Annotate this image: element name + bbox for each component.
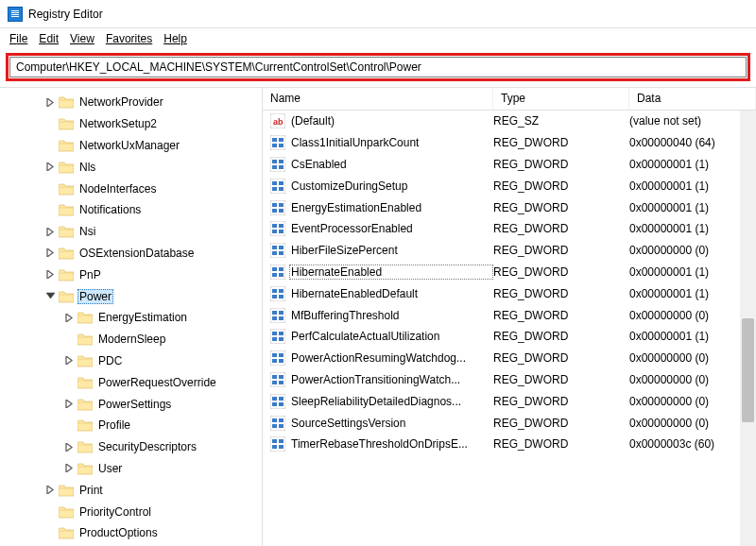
folder-icon [59, 484, 74, 497]
tree-item[interactable]: NodeInterfaces [0, 178, 262, 199]
chevron-right-icon[interactable] [62, 400, 76, 408]
tree-item-label: OSExtensionDatabase [77, 246, 196, 261]
value-row[interactable]: CustomizeDuringSetupREG_DWORD0x00000001 … [263, 175, 756, 196]
value-name: CsEnabled [289, 157, 493, 172]
value-row[interactable]: SourceSettingsVersionREG_DWORD0x00000000… [263, 412, 756, 434]
tree-item[interactable]: User [0, 458, 262, 480]
folder-icon [59, 526, 74, 539]
value-data: 0x00000001 (1) [629, 265, 709, 279]
value-type: REG_SZ [493, 114, 629, 128]
tree-item[interactable]: ProductOptions [0, 522, 262, 544]
content-area: NetworkProviderNetworkSetup2NetworkUxMan… [0, 87, 756, 546]
folder-icon [59, 225, 74, 238]
registry-tree[interactable]: NetworkProviderNetworkSetup2NetworkUxMan… [0, 88, 263, 546]
value-row[interactable]: EventProcessorEnabledREG_DWORD0x00000001… [263, 218, 756, 240]
chevron-right-icon[interactable] [43, 248, 57, 257]
value-name: PowerActionResumingWatchdog... [289, 350, 493, 366]
folder-icon [59, 139, 74, 152]
menu-favorites[interactable]: Favorites [100, 30, 158, 47]
scroll-thumb[interactable] [742, 318, 754, 422]
menu-edit[interactable]: Edit [33, 30, 64, 47]
value-data: 0x00000000 (0) [629, 351, 709, 365]
chevron-right-icon[interactable] [62, 443, 76, 452]
value-row[interactable]: EnergyEstimationEnabledREG_DWORD0x000000… [263, 196, 756, 218]
chevron-right-icon[interactable] [43, 98, 57, 107]
tree-item[interactable]: Power [0, 285, 262, 307]
chevron-right-icon[interactable] [62, 314, 76, 322]
tree-item[interactable]: Nls [0, 156, 262, 178]
tree-item[interactable]: PnP [0, 264, 262, 285]
folder-icon [77, 440, 93, 453]
value-row[interactable]: (Default)REG_SZ(value not set) [263, 111, 756, 132]
title-bar: Registry Editor [0, 0, 756, 28]
tree-item[interactable]: OSExtensionDatabase [0, 243, 262, 264]
tree-item-label: EnergyEstimation [96, 310, 189, 325]
tree-item[interactable]: SecurityDescriptors [0, 436, 262, 458]
address-bar[interactable]: Computer\HKEY_LOCAL_MACHINE\SYSTEM\Curre… [9, 57, 747, 77]
value-row[interactable]: PerfCalculateActualUtilizationREG_DWORD0… [263, 326, 756, 348]
chevron-right-icon[interactable] [62, 356, 76, 365]
folder-icon [77, 354, 93, 367]
value-type: REG_DWORD [493, 158, 629, 171]
tree-item[interactable]: PriorityControl [0, 501, 262, 522]
menu-help[interactable]: Help [158, 30, 193, 47]
value-type: REG_DWORD [493, 395, 629, 408]
value-type: REG_DWORD [493, 351, 629, 365]
chevron-right-icon[interactable] [43, 228, 57, 236]
menu-file[interactable]: File [4, 30, 33, 47]
value-data: 0x00000000 (0) [629, 395, 709, 408]
folder-icon [77, 333, 93, 346]
chevron-down-icon[interactable] [43, 292, 57, 300]
dword-value-icon [270, 264, 285, 280]
dword-value-icon [270, 243, 285, 258]
value-row[interactable]: HibernateEnabledREG_DWORD0x00000001 (1) [263, 262, 756, 283]
menu-view[interactable]: View [64, 30, 100, 47]
column-header-name[interactable]: Name [263, 88, 493, 110]
folder-icon [59, 161, 74, 174]
dword-value-icon [270, 372, 285, 387]
chevron-right-icon[interactable] [62, 464, 76, 472]
chevron-right-icon[interactable] [43, 162, 57, 171]
value-row[interactable]: MfBufferingThresholdREG_DWORD0x00000000 … [263, 304, 756, 326]
value-list[interactable]: Name Type Data (Default)REG_SZ(value not… [263, 88, 756, 546]
tree-item[interactable]: Profile [0, 415, 262, 436]
value-type: REG_DWORD [493, 136, 629, 149]
dword-value-icon [270, 179, 285, 194]
chevron-right-icon[interactable] [43, 486, 57, 494]
tree-item[interactable]: EnergyEstimation [0, 307, 262, 329]
value-name: HibernateEnabled [289, 264, 493, 280]
value-data: (value not set) [629, 114, 701, 128]
dword-value-icon [270, 350, 285, 366]
value-row[interactable]: PowerActionResumingWatchdog...REG_DWORD0… [263, 348, 756, 369]
tree-item[interactable]: PDC [0, 350, 262, 372]
value-row[interactable]: HiberFileSizePercentREG_DWORD0x00000000 … [263, 240, 756, 262]
tree-item[interactable]: NetworkSetup2 [0, 113, 262, 135]
dword-value-icon [270, 436, 285, 452]
tree-item[interactable]: Notifications [0, 199, 262, 221]
value-row[interactable]: PowerActionTransitioningWatch...REG_DWOR… [263, 369, 756, 391]
value-name: SleepReliabilityDetailedDiagnos... [289, 394, 493, 409]
value-row[interactable]: Class1InitialUnparkCountREG_DWORD0x00000… [263, 132, 756, 154]
tree-item[interactable]: ModernSleep [0, 329, 262, 350]
value-row[interactable]: TimerRebaseThresholdOnDripsE...REG_DWORD… [263, 434, 756, 455]
value-row[interactable]: HibernateEnabledDefaultREG_DWORD0x000000… [263, 282, 756, 304]
tree-item[interactable]: Print [0, 479, 262, 501]
tree-item[interactable]: PowerSettings [0, 393, 262, 415]
tree-item-label: Profile [96, 418, 132, 433]
tree-item[interactable]: NetworkUxManager [0, 135, 262, 157]
tree-item[interactable]: PowerRequestOverride [0, 371, 262, 393]
value-type: REG_DWORD [493, 201, 629, 214]
value-data: 0x00000000 (0) [629, 417, 709, 430]
tree-item-label: Nls [77, 160, 97, 175]
column-header-type[interactable]: Type [493, 88, 629, 110]
dword-value-icon [270, 221, 285, 236]
tree-item[interactable]: Nsi [0, 221, 262, 243]
address-path: Computer\HKEY_LOCAL_MACHINE\SYSTEM\Curre… [16, 60, 421, 74]
value-row[interactable]: SleepReliabilityDetailedDiagnos...REG_DW… [263, 390, 756, 412]
column-header-data[interactable]: Data [629, 88, 756, 110]
tree-item[interactable]: NetworkProvider [0, 92, 262, 113]
folder-icon [59, 203, 74, 216]
tree-scrollbar[interactable] [740, 111, 756, 546]
value-row[interactable]: CsEnabledREG_DWORD0x00000001 (1) [263, 154, 756, 176]
chevron-right-icon[interactable] [43, 270, 57, 279]
